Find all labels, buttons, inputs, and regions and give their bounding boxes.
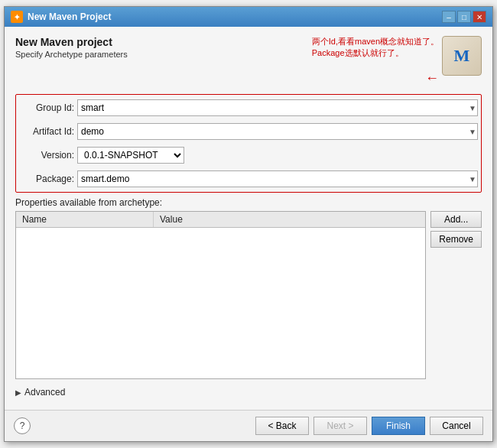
back-button[interactable]: < Back (255, 417, 309, 435)
annotation-text: 两个Id,看看maven概念就知道了。 Package选默认就行了。 (312, 36, 439, 60)
version-label: Version: (19, 150, 74, 161)
maven-icon: M (442, 36, 482, 76)
package-label: Package: (19, 174, 74, 184)
minimize-button[interactable]: – (442, 11, 456, 23)
dialog-content: New Maven project Specify Archetype para… (5, 27, 492, 410)
group-id-row: Group Id: ▼ (19, 99, 478, 116)
group-id-input-wrapper: ▼ (77, 99, 478, 116)
close-button[interactable]: ✕ (473, 11, 486, 23)
next-button[interactable]: Next > (313, 417, 367, 435)
name-column-header: Name (16, 212, 154, 227)
annotation-arrow: ← (425, 70, 439, 86)
title-bar: ✦ New Maven Project – □ ✕ (5, 7, 492, 27)
main-window: ✦ New Maven Project – □ ✕ New Maven proj… (4, 6, 493, 442)
artifact-id-input-wrapper: ▼ (77, 123, 478, 140)
help-button[interactable]: ? (14, 417, 31, 434)
advanced-section[interactable]: ▶ Advanced (15, 384, 482, 401)
header-left: New Maven project Specify Archetype para… (15, 36, 128, 59)
remove-button[interactable]: Remove (430, 231, 482, 248)
advanced-label[interactable]: Advanced (24, 387, 65, 398)
maximize-button[interactable]: □ (457, 11, 471, 23)
window-controls: – □ ✕ (442, 11, 486, 23)
table-header: Name Value (16, 212, 425, 228)
properties-table-container: Name Value Add... Remove (15, 211, 482, 379)
footer: ? < Back Next > Finish Cancel (5, 410, 492, 441)
artifact-id-input[interactable] (77, 123, 478, 140)
artifact-id-label: Artifact Id: (19, 126, 74, 137)
properties-section: Properties available from archetype: Nam… (15, 197, 482, 379)
version-select[interactable]: 0.0.1-SNAPSHOT (77, 147, 184, 164)
group-id-label: Group Id: (19, 102, 74, 113)
table-buttons: Add... Remove (430, 211, 482, 379)
properties-label: Properties available from archetype: (15, 197, 482, 208)
advanced-triangle-icon: ▶ (15, 388, 21, 397)
dialog-title: New Maven project (15, 36, 128, 48)
table-body (16, 228, 425, 378)
group-id-input[interactable] (77, 99, 478, 116)
header-section: New Maven project Specify Archetype para… (15, 36, 482, 86)
cancel-button[interactable]: Cancel (430, 417, 483, 435)
window-title: New Maven Project (28, 11, 437, 22)
version-row: Version: 0.0.1-SNAPSHOT (19, 147, 478, 164)
annotation-block: 两个Id,看看maven概念就知道了。 Package选默认就行了。 ← M (312, 36, 482, 86)
package-input[interactable] (77, 170, 478, 187)
dialog-subtitle: Specify Archetype parameters (15, 50, 128, 59)
properties-table: Name Value (15, 211, 426, 379)
window-icon: ✦ (11, 11, 23, 23)
artifact-id-row: Artifact Id: ▼ (19, 123, 478, 140)
package-input-wrapper: ▼ (77, 170, 478, 187)
footer-buttons: < Back Next > Finish Cancel (255, 417, 483, 435)
form-section: Group Id: ▼ Artifact Id: ▼ Version: 0.0.… (15, 94, 482, 193)
add-button[interactable]: Add... (430, 211, 482, 228)
finish-button[interactable]: Finish (372, 417, 425, 435)
value-column-header: Value (154, 212, 425, 227)
package-row: Package: ▼ (19, 170, 478, 187)
